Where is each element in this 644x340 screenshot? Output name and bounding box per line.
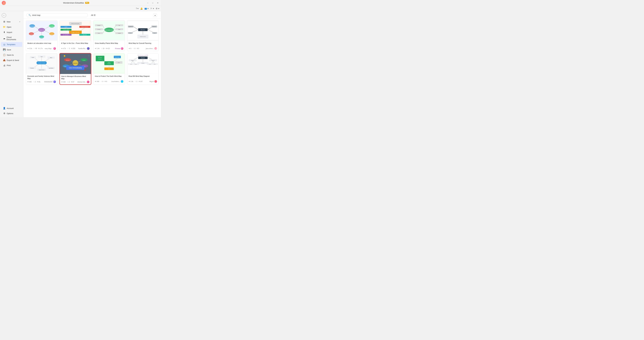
titlebar: ● Wondershare EdrawMax Pro ─ □ ✕	[0, 0, 161, 6]
views-count-4: 0	[130, 48, 132, 49]
use-immediately-button[interactable]: Use immediately	[66, 66, 84, 70]
copies-count-3: 413	[107, 48, 110, 49]
template-card-2[interactable]: ABOUT THE AUTHOR: George Leslie Norris (…	[60, 20, 91, 51]
author-name-4: jane.miron...	[146, 48, 154, 49]
sidebar-item-new[interactable]: ⊞ New +	[1, 19, 22, 24]
views-stat-3: 👁 1.4k	[95, 48, 100, 49]
likes-count-6: 2	[69, 81, 70, 83]
new-icon: ⊞	[3, 20, 6, 23]
svg-text:Abstract: Abstract	[50, 34, 54, 35]
template-card-6[interactable]: Business Marketing Finance Operations HR	[60, 53, 91, 85]
template-card-3[interactable]: Grow Healthy Plants Soil Water Sunlight …	[93, 20, 125, 51]
minimize-button[interactable]: ─	[146, 2, 149, 4]
svg-text:Impact: Impact	[154, 64, 156, 65]
card-author-1: easy diagr...	[45, 47, 56, 50]
svg-text:Modern Art: Modern Art	[39, 30, 44, 31]
favorite-icon-6[interactable]: ♡	[88, 55, 90, 57]
sidebar-item-export[interactable]: 📤 Export & Send	[1, 58, 22, 63]
card-title-4: Mind Map for Overall Planning	[129, 42, 157, 47]
svg-text:START: START	[108, 69, 110, 70]
card-info-5: Domestic and Family Violence Mind Map 👁 …	[26, 74, 57, 84]
card-title-7: How to Protect The Earth Mind Map	[95, 75, 124, 79]
sidebar-item-import-label: Import	[7, 31, 12, 33]
copy-icon-4: ⧉	[137, 48, 138, 49]
bell-icon[interactable]: 🔔	[140, 7, 143, 10]
scroll-up-button[interactable]: ▲	[153, 14, 157, 17]
close-button[interactable]: ✕	[156, 2, 159, 4]
svg-text:Cubism: Cubism	[30, 34, 33, 35]
card-preview-4: REAL BILL Contents of Overview Detailed …	[127, 20, 159, 41]
heart-icon-3: ♡	[101, 48, 102, 49]
card-title-1: Modern art education mind map	[27, 42, 56, 47]
sidebar-bottom: 👤 Account ⚙ Options	[0, 106, 23, 117]
filter-button[interactable]: All ☰	[90, 13, 97, 17]
sidebar-item-account-label: Account	[7, 107, 14, 109]
heart-icon-4: ♡	[133, 48, 134, 49]
card-author-3: Kiroaaa	[115, 47, 123, 50]
card-meta-3: 👁 1.4k ♡ 18 ⧉ 413 Kiroaaa	[95, 47, 124, 50]
sidebar-item-saveas[interactable]: 📋 Save As	[1, 53, 22, 58]
users-icon[interactable]: 👥 ▾	[144, 7, 148, 10]
sidebar-item-cloud[interactable]: ☁ Cloud Documents	[1, 35, 22, 42]
back-button[interactable]: ←	[0, 12, 23, 19]
search-icon: 🔍	[28, 14, 31, 16]
sidebar-item-import[interactable]: ⬇ Import	[1, 30, 22, 35]
copies-stat-5: ⧉ 81	[37, 81, 40, 83]
template-card-8[interactable]: Use mind map to create WBS Rizal Bill Ch…	[127, 53, 159, 85]
card-preview-8: Use mind map to create WBS Rizal Bill Ch…	[127, 53, 159, 74]
card-title-3: Grow Healthy Plants Mind Map	[95, 42, 124, 47]
svg-text:Domestic & Family: Domestic & Family	[38, 63, 45, 64]
card-meta-7: 👁 540 ♡ 0 ⧉ 9 Lisa Anders...	[95, 80, 124, 83]
template-card-4[interactable]: REAL BILL Contents of Overview Detailed …	[127, 20, 159, 51]
sidebar-item-save[interactable]: 💾 Save	[1, 47, 22, 52]
svg-text:THE GREATER...: THE GREATER...	[63, 35, 69, 35]
card-title-8: Rizal Bill Mind Map Diagram	[129, 75, 157, 79]
svg-text:The Earth: The Earth	[98, 59, 102, 60]
template-card-7[interactable]: Protect The Earth Save Energy Terms 🌍 Pr…	[93, 53, 125, 85]
svg-text:💡: 💡	[64, 56, 65, 57]
search-input[interactable]	[32, 14, 86, 16]
settings-icon[interactable]: ⚙ ▾	[156, 7, 159, 10]
copy-icon-3: ⧉	[106, 48, 107, 49]
svg-text:Terms: Terms	[118, 62, 120, 63]
template-card-1[interactable]: Modern Art Art Nouveau Surrealism Cubism…	[26, 20, 58, 51]
copies-stat-6: ⧉ 97	[71, 81, 74, 83]
card-preview-7: Protect The Earth Save Energy Terms 🌍 Pr…	[94, 53, 125, 74]
heart-icon-5: ♡	[33, 81, 34, 83]
likes-count-3: 18	[103, 48, 104, 49]
svg-text:Legal Options: Legal Options	[49, 68, 54, 69]
author-avatar-3	[121, 47, 124, 50]
maximize-button[interactable]: □	[152, 2, 154, 4]
eye-icon-6: 👁	[61, 81, 63, 83]
eye-icon-4: 👁	[129, 48, 130, 49]
card-info-4: Mind Map for Overall Planning 👁 0 ♡ 0 ⧉	[127, 41, 159, 51]
card-meta-1: 👁 3.2k ♡ 49 ⧉ 1.7k easy diagr...	[27, 47, 56, 50]
views-stat-2: 👁 4.7k	[61, 48, 66, 49]
search-input-wrap[interactable]: 🔍	[26, 13, 88, 17]
sidebar-item-account[interactable]: 👤 Account	[1, 106, 22, 111]
copies-count-4: 0	[138, 48, 139, 49]
filter-label: All	[91, 14, 93, 16]
flag-icon[interactable]: 🏳 ▾	[150, 7, 154, 10]
svg-text:Overview: Overview	[152, 26, 156, 27]
likes-count-1: 49	[35, 48, 37, 49]
author-name-5: WS9DMJMV	[44, 81, 52, 83]
copy-icon-5: ⧉	[37, 81, 38, 83]
sidebar-item-templates[interactable]: 🗂 Templates	[1, 42, 22, 47]
help-icon[interactable]: ? ▾	[136, 7, 138, 10]
likes-count-7: 0	[102, 81, 103, 82]
sidebar-item-options[interactable]: ⚙ Options	[1, 111, 22, 116]
card-info-7: How to Protect The Earth Mind Map 👁 540 …	[94, 74, 125, 84]
author-avatar-7	[121, 80, 124, 83]
card-author-8: Miguel	[150, 80, 157, 83]
author-name-6: Aneesa Saf...	[78, 81, 86, 83]
views-stat-1: 👁 3.2k	[27, 48, 32, 49]
heart-icon-7: ♡	[101, 81, 102, 82]
svg-text:THEME:: THEME:	[64, 27, 67, 27]
cursor-arrow: ➤	[84, 68, 86, 72]
copies-count-2: 200	[73, 48, 75, 49]
template-card-5[interactable]: Domestic & Family Causes Types Effects P…	[26, 53, 58, 85]
svg-text:Effects: Effects	[50, 57, 52, 58]
sidebar-item-print[interactable]: 🖨 Print	[1, 63, 22, 68]
sidebar-item-open[interactable]: 📁 Open	[1, 25, 22, 30]
